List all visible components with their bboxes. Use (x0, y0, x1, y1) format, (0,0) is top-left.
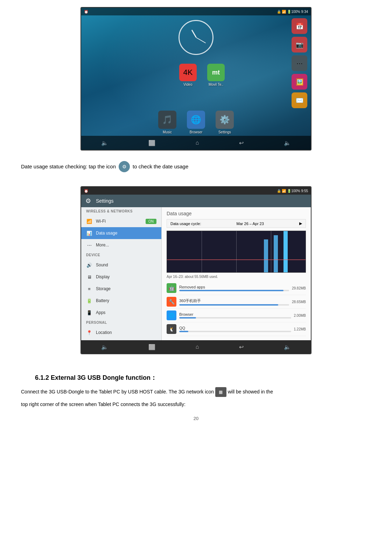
sidebar-apps: 📅 📷 ⋯ 🖼️ ✉️ (292, 18, 307, 108)
wifi-toggle[interactable]: ON (146, 219, 156, 224)
section-header-personal: PERSONAL (81, 319, 161, 327)
settings-item-sound[interactable]: 🔊 Sound (81, 259, 161, 271)
app-video[interactable]: 4K Video (179, 64, 197, 86)
browser-data-icon: 🌐 (167, 310, 176, 320)
app-data-qq: 🐧 QQ 1.22MB (167, 322, 306, 336)
sidebar-app-camera[interactable]: 📷 (292, 37, 307, 53)
nav2-back[interactable]: ↩ (239, 344, 244, 350)
chart-bar-main2 (274, 235, 278, 272)
removed-apps-details: Removed apps (179, 285, 289, 291)
nav-volume-right: 🔈 (284, 140, 291, 146)
settings-item-location[interactable]: 📍 Location (81, 327, 161, 338)
cycle-value: Mar 26 – Apr 23 (237, 222, 264, 226)
section-header-wireless: WIRELESS & NETWORKS (81, 207, 161, 215)
removed-apps-icon: 🤖 (167, 283, 176, 293)
description-paragraph: Date usage statue checking: tap the icon… (21, 161, 371, 172)
app-data-removed: 🤖 Removed apps 29.82MB (167, 281, 306, 295)
sidebar-app-gallery[interactable]: 🖼️ (292, 74, 307, 90)
body-paragraph-1: Connect the 3G USB-Dongle to the Tablet … (21, 387, 371, 397)
nav2-home-alt[interactable]: ⬜ (148, 344, 155, 350)
qq-bar-fill (179, 331, 188, 332)
qq-details: QQ (179, 326, 291, 332)
data-cycle-bar: Data usage cycle: Mar 26 – Apr 23 ▶ (167, 219, 306, 228)
sidebar-app-launcher[interactable]: ⋯ (292, 55, 307, 71)
nav-volume-left: 🔈 (101, 140, 108, 146)
chart-divider-3 (271, 231, 271, 272)
app-movil[interactable]: mt Movil Te.. (207, 64, 225, 86)
settings-title-bar: ⚙ Settings (81, 195, 311, 207)
app-data-browser: 🌐 Browser 2.00MB (167, 309, 306, 322)
para1-after: will be showed in the (228, 389, 273, 394)
app-browser[interactable]: 🌐 Browser (187, 111, 205, 134)
nav2-volume-left: 🔈 (101, 344, 108, 350)
settings-item-apps[interactable]: 📱 Apps (81, 307, 161, 319)
settings-title-label: Settings (96, 198, 114, 204)
clock-widget (178, 20, 214, 55)
app-row-1: 4K Video mt Movil Te.. (179, 64, 225, 86)
nav2-home[interactable]: ⌂ (196, 344, 199, 350)
apps-icon: 📱 (86, 309, 92, 316)
settings-main-content: Data usage Data usage cycle: Mar 26 – Ap… (162, 207, 311, 340)
section-header-device: DEVICE (81, 251, 161, 259)
settings-inline-icon: ⚙ (119, 161, 130, 172)
settings-item-display[interactable]: 🖥 Display (81, 271, 161, 283)
cycle-label: Data usage cycle: (170, 222, 201, 226)
battery-icon: 🔋 (86, 298, 92, 304)
nav-home[interactable]: ⌂ (196, 140, 199, 146)
body-paragraph-2: top right corner of the screen when Tabl… (21, 400, 371, 409)
settings-item-storage[interactable]: ≡ Storage (81, 283, 161, 295)
settings-body: WIRELESS & NETWORKS 📶 Wi-Fi ON 📊 Data us… (81, 207, 311, 340)
wifi-icon: 📶 (86, 218, 92, 224)
status-right: 🔒 📶 🔋100% 9:34 (277, 10, 308, 14)
app-settings[interactable]: ⚙️ Settings (216, 111, 234, 134)
app-dock: 🎵 Music 🌐 Browser ⚙️ Settings (158, 111, 234, 134)
chart-divider-1 (202, 231, 202, 272)
360-bar (179, 304, 289, 306)
removed-apps-bar (179, 290, 289, 291)
data-usage-chart (167, 231, 306, 273)
chart-bar-main (264, 239, 268, 272)
cycle-arrow: ▶ (299, 221, 302, 226)
display-icon: 🖥 (86, 274, 92, 280)
data-usage-title: Data usage (167, 211, 306, 216)
chart-bar-peak (284, 231, 288, 272)
removed-apps-bar-fill (179, 290, 284, 291)
location-icon: 📍 (86, 329, 92, 336)
desc-text-before: Date usage statue checking: tap the icon (21, 162, 116, 171)
qq-bar (179, 331, 291, 332)
section-heading-612: 6.1.2 External 3G USB Dongle function： (21, 373, 371, 382)
nav-back[interactable]: ↩ (239, 140, 244, 146)
browser-details: Browser (179, 312, 291, 319)
settings-item-wifi[interactable]: 📶 Wi-Fi ON (81, 215, 161, 227)
more-icon: ⋯ (86, 242, 92, 248)
sidebar-app-calendar[interactable]: 📅 (292, 18, 307, 34)
status2-left: ⏰ (84, 189, 88, 193)
status2-right: 🔒 📶 🔋100% 9:55 (277, 189, 308, 193)
360-icon: 🔧 (167, 297, 176, 307)
page-number: 20 (21, 416, 371, 421)
clock-hour-hand (191, 30, 196, 38)
settings-gear-icon: ⚙ (85, 197, 93, 205)
usb-network-icon: ▦ (215, 387, 226, 397)
tablet-screenshot-2: ⏰ 🔒 📶 🔋100% 9:55 ⚙ Settings WIRELESS & N… (80, 186, 312, 354)
chart-divider-2 (236, 231, 237, 272)
360-details: 360手机助手 (179, 298, 289, 306)
settings-sidebar: WIRELESS & NETWORKS 📶 Wi-Fi ON 📊 Data us… (81, 207, 162, 340)
status-bar-1: ⏰ 🔒 📶 🔋100% 9:34 (81, 8, 311, 15)
sidebar-app-mail[interactable]: ✉️ (292, 92, 307, 108)
app-music[interactable]: 🎵 Music (158, 111, 176, 134)
browser-bar-fill (179, 317, 196, 319)
sound-icon: 🔊 (86, 262, 92, 268)
para1-before: Connect the 3G USB-Dongle to the Tablet … (21, 389, 215, 394)
qq-icon: 🐧 (167, 324, 176, 334)
chart-warning-line (167, 259, 306, 260)
settings-item-data-usage[interactable]: 📊 Data usage (81, 227, 161, 239)
nav-home-alt[interactable]: ⬜ (148, 140, 155, 146)
tablet-screenshot-1: ⏰ 🔒 📶 🔋100% 9:34 📅 📷 ⋯ 🖼️ ✉️ 4K Video (80, 7, 312, 151)
360-bar-fill (179, 304, 278, 306)
settings-item-more[interactable]: ⋯ More... (81, 239, 161, 251)
nav2-volume-right: 🔈 (284, 344, 291, 350)
nav-bar-1: 🔈 ⬜ ⌂ ↩ 🔈 (81, 136, 311, 150)
settings-item-battery[interactable]: 🔋 Battery (81, 295, 161, 307)
status-left-icon: ⏰ (84, 10, 88, 14)
